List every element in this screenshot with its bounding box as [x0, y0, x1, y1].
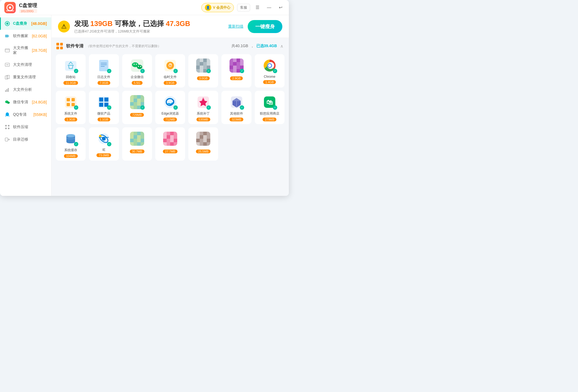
app-card-15[interactable]: ✓ IE 73.0MB	[89, 127, 119, 161]
app-icon-2: ✓	[130, 58, 145, 73]
titlebar-actions: 👤 V 会员中心 客服 ☰ — ↩	[201, 3, 285, 12]
svg-point-33	[138, 66, 139, 67]
app-card-13[interactable]: 🛍 ✓ 联想应用商店 279MB	[255, 91, 285, 124]
app-card-12[interactable]: ✓ 其他软件 323MB	[221, 91, 251, 124]
found-size: 139GB	[90, 20, 112, 28]
app-size-4: 3.0GB	[197, 76, 210, 80]
check-badge-12: ✓	[240, 105, 244, 110]
rescan-button[interactable]: 重新扫描	[228, 24, 243, 29]
sidebar-item-qq[interactable]: QQ专清 [558KB]	[0, 108, 51, 121]
app-icon-4: ✓	[196, 58, 211, 73]
app-name-11: 系统补丁	[197, 111, 210, 116]
app-card-7[interactable]: ✓ 系统文件 1.3GB	[56, 91, 86, 124]
app-card-3[interactable]: ⏱ ✓ 临时文件 3.9GB	[155, 54, 185, 88]
app-card-4[interactable]: ✓ 3.0GB	[188, 54, 218, 88]
sidebar-item-bigfile-clean[interactable]: 大文件清理	[0, 59, 51, 71]
app-name-15: IE	[102, 148, 105, 152]
svg-point-34	[140, 66, 141, 67]
banner-text: 发现 139GB 可释放，已选择 47.3GB 已选择47.2GB文件可清理，1…	[74, 19, 224, 34]
app-card-0[interactable]: ✓ 回收站 11.0GB	[56, 54, 86, 88]
app-card-1[interactable]: ✓ 日志文件 7.0GB	[89, 54, 119, 88]
sidebar-item-dup-clean[interactable]: 重复文件清理	[0, 71, 51, 83]
svg-rect-44	[67, 103, 70, 106]
app-card-9[interactable]: ✓ 729MB	[122, 91, 152, 124]
svg-rect-3	[5, 49, 9, 52]
sidebar-size-wechat: [24.8GB]	[32, 100, 47, 104]
app-logo-dot	[9, 7, 11, 9]
banner: ⚠ 发现 139GB 可释放，已选择 47.3GB 已选择47.2GB文件可清理…	[51, 15, 289, 38]
sidebar-icon-migrate	[4, 137, 10, 142]
app-card-2[interactable]: ✓ 企业微信 5.5G	[122, 54, 152, 88]
sidebar-icon-bigfile-analyze	[4, 87, 10, 93]
app-name-14: 系统缓存	[64, 148, 77, 153]
app-card-10[interactable]: ✓ Edge浏览器 712MB	[155, 91, 185, 124]
svg-point-14	[5, 125, 7, 127]
banner-title: 发现 139GB 可释放，已选择 47.3GB	[74, 19, 224, 28]
app-name-0: 回收站	[66, 75, 76, 79]
vip-center-button[interactable]: 👤 V 会员中心	[201, 3, 234, 12]
service-button[interactable]: 客服	[237, 4, 250, 11]
check-badge-8: ✓	[107, 105, 111, 110]
sidebar-item-slim[interactable]: C盘瘦身 [48.0GB]	[0, 17, 51, 30]
svg-point-63	[99, 135, 101, 137]
svg-point-57	[66, 134, 75, 137]
sidebar-item-migrate[interactable]: 目录迁移	[0, 133, 51, 146]
svg-text:⏱: ⏱	[168, 63, 172, 68]
collapse-icon[interactable]: ∧	[279, 43, 285, 49]
app-logo-ring	[7, 4, 14, 11]
sidebar-item-wechat[interactable]: 微信专清 [24.8GB]	[0, 96, 51, 108]
check-badge-11: ✓	[206, 105, 211, 110]
check-badge-7: ✓	[74, 105, 78, 110]
app-size-7: 1.3GB	[64, 118, 77, 121]
app-size-18: 25.5MB	[196, 150, 211, 153]
sidebar-item-compress[interactable]: 软件压缩	[0, 121, 51, 133]
svg-rect-8	[5, 90, 6, 92]
app-card-16[interactable]: 30.7MB	[122, 127, 152, 161]
svg-rect-42	[67, 98, 70, 101]
banner-actions: 重新扫描 一键瘦身	[228, 20, 282, 33]
svg-point-30	[137, 65, 142, 69]
close-button[interactable]: ↩	[277, 4, 285, 11]
can-release: 可释放，已选择	[115, 20, 164, 28]
sidebar-icon-wechat	[4, 99, 10, 105]
section-desc: （软件使用过程中产生的文件，不需要的可以删除）	[86, 44, 161, 48]
sidebar-icon-move	[4, 33, 10, 39]
slim-button[interactable]: 一键瘦身	[248, 20, 282, 33]
app-icon-1: ✓	[96, 58, 111, 73]
app-name-10: Edge浏览器	[162, 111, 179, 116]
app-card-14[interactable]: ✓ 系统缓存 104MB	[56, 127, 86, 161]
app-size-2: 5.5G	[132, 81, 143, 85]
svg-rect-47	[99, 98, 103, 102]
sidebar-icon-qq	[4, 112, 10, 118]
app-icon-13: 🛍 ✓	[262, 95, 277, 110]
app-card-11[interactable]: ✓ 系统补丁 535MB	[188, 91, 218, 124]
app-card-6[interactable]: ✓ Chrome 1.4GB	[255, 54, 285, 88]
app-icon-11: ✓	[196, 95, 211, 110]
app-logo	[4, 2, 16, 13]
app-icon-18	[196, 131, 211, 146]
svg-point-58	[66, 137, 75, 140]
app-icon-16	[130, 131, 145, 146]
sidebar-label-slim: C盘瘦身	[13, 21, 28, 26]
sidebar-icon-slim	[4, 21, 10, 27]
app-logo-bar	[6, 10, 14, 11]
sidebar-item-bigfile-analyze[interactable]: 大文件分析	[0, 83, 51, 96]
check-badge-2: ✓	[140, 69, 145, 73]
sidebar-item-bigfile-move[interactable]: 大文件搬家 [28.7GB]	[0, 42, 51, 59]
app-card-17[interactable]: 27.7MB	[155, 127, 185, 161]
app-card-5[interactable]: ✓ 2.9GB	[221, 54, 251, 88]
menu-icon-button[interactable]: ☰	[253, 4, 261, 11]
check-badge-15: ✓	[107, 142, 111, 146]
app-size-3: 3.9GB	[164, 81, 176, 85]
app-disk-usage: 181/200G	[19, 9, 37, 13]
app-card-18[interactable]: 25.5MB	[188, 127, 218, 161]
check-badge-10: ✓	[173, 105, 178, 110]
minimize-button[interactable]: —	[265, 4, 273, 11]
app-size-0: 11.0GB	[63, 81, 78, 85]
check-badge-14: ✓	[74, 142, 78, 146]
sidebar-item-move[interactable]: 软件搬家 [62.0GB]	[0, 30, 51, 42]
app-icon-17	[163, 131, 178, 146]
vip-avatar: 👤	[205, 4, 211, 11]
svg-rect-9	[7, 89, 7, 92]
app-card-8[interactable]: ✓ 微软产品 1.1GB	[89, 91, 119, 124]
